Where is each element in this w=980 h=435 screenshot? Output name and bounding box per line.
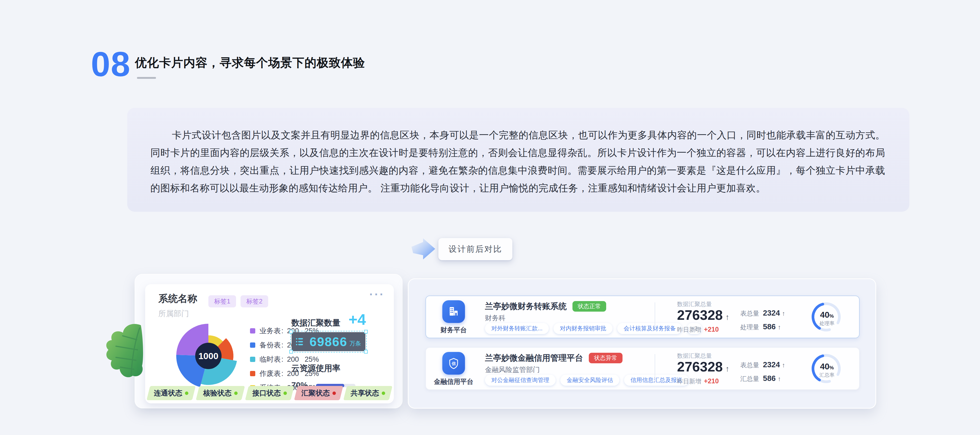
shield-icon: 信: [442, 352, 465, 374]
system-tag-1[interactable]: 标签1: [208, 295, 236, 308]
selection-handle: [364, 350, 368, 354]
status-chip-row: 连通状态 核验状态 接口状态 汇聚状态 共享状态: [147, 386, 392, 400]
heading-underline: [137, 77, 156, 79]
yesterday-delta: +210: [704, 326, 719, 333]
status-dot: [185, 392, 188, 395]
status-dot: [332, 392, 336, 395]
section-number: 08: [91, 44, 130, 84]
app-tag-list: 对外财务转账汇款... 对内财务报销审批 会计核算及财务报备 +2: [485, 323, 702, 334]
legend-swatch: [250, 357, 255, 362]
process-rate-gauge: 40% 处理率: [808, 299, 844, 336]
status-badge: 状态正常: [573, 301, 606, 312]
status-chip-aggregate[interactable]: 汇聚状态: [294, 386, 343, 400]
up-arrow-icon: ↑: [782, 310, 785, 317]
processed-stat: 处理量586↑: [740, 322, 781, 331]
gauge-label: 汇总率: [819, 372, 835, 378]
system-tag-2[interactable]: 标签2: [240, 295, 268, 308]
department-label: 所属部门: [158, 308, 189, 319]
app-tag[interactable]: 金融安全风险评估: [560, 374, 619, 386]
app-department: 财务科: [485, 314, 506, 323]
app-card-credit[interactable]: 信 金融信用平台 兰亭妙微金融信用管理平台 状态异常 金融风险监管部门 对公金融…: [425, 347, 860, 390]
summary-rate-gauge: 40% 汇总率: [808, 351, 844, 387]
app-tag[interactable]: 对内财务报销审批: [554, 323, 612, 334]
legend-swatch: [250, 343, 255, 348]
status-dot: [382, 392, 385, 395]
up-arrow-icon: ↑: [725, 364, 729, 373]
yesterday-stat: 昨日新增+210: [677, 326, 719, 334]
status-chip-connect[interactable]: 连通状态: [146, 386, 196, 400]
leaf-decoration: [104, 322, 149, 387]
intro-text: 卡片式设计包含图片以及文案并且有明显边界的信息区块，本身可以是一个完整的信息区块…: [127, 108, 909, 197]
up-arrow-icon: ↑: [778, 375, 781, 382]
data-count-label: 数据汇聚数量: [291, 317, 340, 328]
divider: [655, 303, 655, 331]
total-value: 276328↑: [677, 307, 729, 323]
app-tag-list: 对公金融征信查询管理 金融安全风险评估 信用信息汇总及报送: [485, 374, 689, 386]
total-value: 276328↑: [677, 359, 729, 374]
compare-button-label: 设计前后对比: [449, 244, 503, 255]
system-card: 系统名称 标签1 标签2 ··· 所属部门 1000 业务表 200 25%: [145, 284, 394, 403]
cloud-usage-label: 云资源使用率: [291, 363, 340, 374]
status-dot: [283, 392, 286, 395]
selection-handle: [364, 330, 368, 333]
yesterday-stat: 昨日新增+210: [677, 377, 719, 386]
selection-handle: [289, 350, 293, 354]
page: 08 优化卡片内容，寻求每个场景下的极致体验 卡片式设计包含图片以及文案并且有明…: [0, 0, 980, 435]
app-tag[interactable]: 对公金融征信查询管理: [485, 374, 555, 386]
status-chip-verify[interactable]: 核验状态: [196, 386, 245, 400]
status-chip-share[interactable]: 共享状态: [343, 386, 392, 400]
apps-panel: 财务平台 兰亭妙微财务转账系统 状态正常 财务科 对外财务转账汇款... 对内财…: [408, 279, 876, 409]
divider: [655, 354, 655, 382]
svg-text:40%: 40%: [820, 362, 834, 371]
system-card-title: 系统名称: [158, 292, 197, 305]
app-card-finance[interactable]: 财务平台 兰亭妙微财务转账系统 状态正常 财务科 对外财务转账汇款... 对内财…: [425, 296, 860, 338]
gauge-label: 处理率: [819, 320, 835, 326]
yesterday-delta: +210: [704, 377, 719, 385]
more-menu-icon[interactable]: ···: [369, 288, 385, 301]
section-title: 优化卡片内容，寻求每个场景下的极致体验: [135, 55, 365, 71]
app-tag[interactable]: 对外财务转账汇款...: [485, 323, 549, 334]
selection-handle: [289, 330, 293, 333]
compare-button[interactable]: 设计前后对比: [438, 238, 512, 260]
platform-label: 财务平台: [429, 326, 479, 334]
compare-arrow-icon: [411, 238, 438, 261]
building-icon: [442, 300, 465, 323]
table-total-stat: 表总量2324↑: [740, 360, 785, 370]
up-arrow-icon: ↑: [778, 323, 781, 331]
svg-text:信: 信: [452, 361, 456, 366]
table-distribution-pie-chart: 1000: [173, 320, 244, 392]
platform-label: 金融信用平台: [429, 377, 479, 386]
data-count-delta: +4: [348, 311, 366, 328]
status-dot: [234, 392, 238, 395]
pie-center-total: 1000: [198, 351, 218, 361]
app-title: 兰亭妙微财务转账系统 状态正常: [485, 301, 606, 312]
app-title: 兰亭妙微金融信用管理平台 状态异常: [485, 352, 622, 363]
svg-text:40%: 40%: [820, 310, 834, 320]
intro-panel: 卡片式设计包含图片以及文案并且有明显边界的信息区块，本身可以是一个完整的信息区块…: [127, 108, 909, 212]
status-chip-interface[interactable]: 接口状态: [245, 386, 294, 400]
summary-stat: 汇总量586↑: [740, 374, 781, 383]
up-arrow-icon: ↑: [725, 313, 729, 322]
status-badge: 状态异常: [589, 353, 622, 363]
list-icon: [295, 336, 305, 347]
up-arrow-icon: ↑: [782, 362, 785, 369]
data-count-box[interactable]: 69866 万条: [292, 332, 365, 351]
data-count-unit: 万条: [349, 339, 361, 347]
legend-swatch: [250, 328, 255, 333]
app-department: 金融风险监管部门: [485, 365, 540, 374]
legend-swatch: [250, 371, 255, 376]
table-total-stat: 表总量2324↑: [740, 309, 785, 318]
data-count-value: 69866: [310, 335, 347, 349]
app-tag[interactable]: 会计核算及财务报备: [617, 323, 682, 334]
